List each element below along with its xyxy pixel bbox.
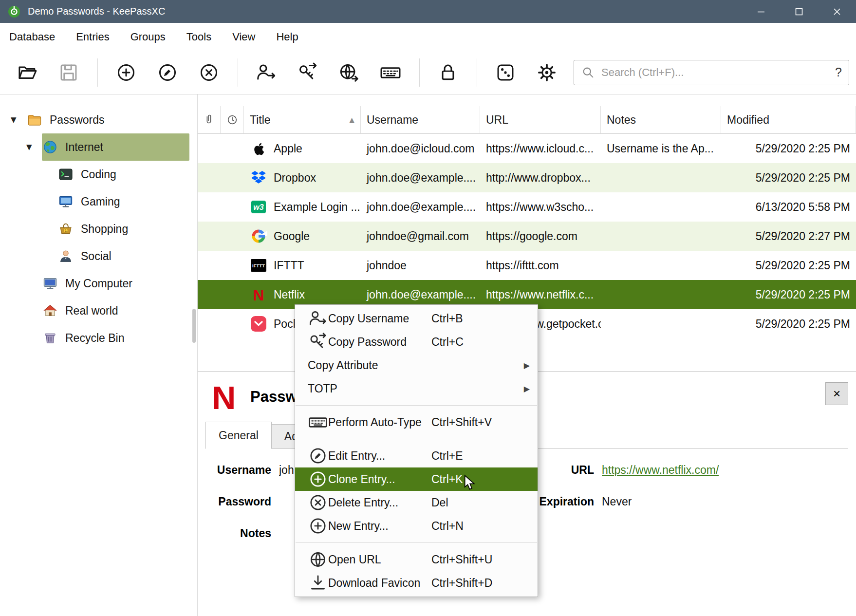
group-tree-item-real-world[interactable]: Real world xyxy=(0,297,197,324)
column-header-icon-1[interactable] xyxy=(221,106,244,134)
dropbox-icon xyxy=(250,169,267,187)
menu-item-label: Clone Entry... xyxy=(328,473,395,486)
lock-database-button[interactable] xyxy=(433,57,463,88)
menu-database[interactable]: Database xyxy=(2,27,62,47)
open-url-menu-item[interactable]: Open URLCtrl+Shift+U xyxy=(295,548,538,571)
menu-view[interactable]: View xyxy=(225,27,262,47)
delete-entry-menu-item[interactable]: Delete Entry...Del xyxy=(295,491,538,514)
edit-entry-button[interactable] xyxy=(153,57,182,88)
group-tree-item-coding[interactable]: Coding xyxy=(0,161,197,188)
cell-username: johndoe@gmail.com xyxy=(361,222,480,251)
cell-notes xyxy=(601,192,721,222)
cell-modified: 5/29/2020 2:25 PM xyxy=(721,134,856,163)
monitor-game-icon xyxy=(58,194,73,209)
cell-url: https://ifttt.com xyxy=(480,251,601,280)
menu-groups[interactable]: Groups xyxy=(123,27,173,47)
column-header-modified[interactable]: Modified xyxy=(721,106,856,134)
menu-help[interactable]: Help xyxy=(269,27,305,47)
column-header-username[interactable]: Username xyxy=(361,106,480,134)
menu-entries[interactable]: Entries xyxy=(69,27,116,47)
perform-autotype-menu-item[interactable]: Perform Auto-TypeCtrl+Shift+V xyxy=(295,411,538,434)
column-label: URL xyxy=(486,113,508,127)
edit-entry-menu-item[interactable]: Edit Entry...Ctrl+E xyxy=(295,444,538,467)
cell-modified: 5/29/2020 2:25 PM xyxy=(721,309,856,338)
group-tree-item-social[interactable]: Social xyxy=(0,243,197,270)
cell-expires xyxy=(221,251,244,280)
close-button[interactable] xyxy=(818,0,856,23)
group-tree-item-recycle-bin[interactable]: Recycle Bin xyxy=(0,324,197,352)
new-entry-menu-item[interactable]: New Entry...Ctrl+N xyxy=(295,514,538,538)
copy-password-button[interactable] xyxy=(293,57,322,88)
menu-shortcut: Ctrl+N xyxy=(431,520,464,533)
svg-text:1: 1 xyxy=(65,229,67,233)
sidebar-scrollbar-thumb[interactable] xyxy=(192,309,196,343)
group-label: Gaming xyxy=(81,195,120,208)
search-icon xyxy=(581,65,595,80)
menu-tools[interactable]: Tools xyxy=(179,27,219,47)
clone-entry-menu-item[interactable]: Clone Entry...Ctrl+K xyxy=(295,467,538,491)
minimize-button[interactable] xyxy=(742,0,780,23)
clock-icon xyxy=(226,113,239,126)
titlebar[interactable]: Demo Passwords - KeePassXC xyxy=(0,0,856,23)
paperclip-icon xyxy=(203,113,215,126)
column-header-url[interactable]: URL xyxy=(480,106,601,134)
totp-menu-item[interactable]: TOTP▶ xyxy=(295,377,538,400)
cell-notes xyxy=(601,309,721,338)
cell-notes xyxy=(601,222,721,251)
add-entry-icon xyxy=(308,516,328,536)
group-label: Coding xyxy=(81,168,116,181)
group-tree-item-gaming[interactable]: Gaming xyxy=(0,188,197,215)
copy-username-button[interactable] xyxy=(252,57,281,88)
download-favicon-menu-item[interactable]: Download FaviconCtrl+Shift+D xyxy=(295,571,538,595)
copy-attribute-menu-item[interactable]: Copy Attribute▶ xyxy=(295,354,538,377)
group-tree-item-shopping[interactable]: 1Shopping xyxy=(0,215,197,243)
menu-item-label: TOTP xyxy=(308,382,337,395)
column-header-title[interactable]: Title▲ xyxy=(244,106,361,134)
toolbar-separator xyxy=(97,58,98,87)
cell-notes: Username is the Ap... xyxy=(601,134,721,163)
group-tree-item-passwords[interactable]: ▼Passwords xyxy=(0,106,197,133)
copy-username-menu-item[interactable]: Copy UsernameCtrl+B xyxy=(295,307,538,330)
group-tree-item-my-computer[interactable]: My Computer xyxy=(0,270,197,297)
preview-close-button[interactable]: × xyxy=(825,382,848,405)
menu-shortcut: Ctrl+C xyxy=(431,336,464,349)
edit-entry-icon xyxy=(308,446,328,466)
entry-url-link[interactable]: https://www.netflix.com/ xyxy=(602,464,719,477)
perform-autotype-button[interactable] xyxy=(376,57,405,88)
maximize-button[interactable] xyxy=(780,0,818,23)
expander-icon[interactable]: ▼ xyxy=(24,143,42,151)
open-database-button[interactable] xyxy=(13,57,42,88)
menubar: DatabaseEntriesGroupsToolsViewHelp xyxy=(0,23,856,51)
entry-table: Title▲UsernameURLNotesModifiedApplejohn.… xyxy=(198,106,856,338)
menu-separator xyxy=(296,405,537,406)
expiration-value: Never xyxy=(602,495,632,508)
mouse-cursor xyxy=(461,473,479,492)
add-entry-button[interactable] xyxy=(112,57,141,88)
save-database-button[interactable] xyxy=(54,57,83,88)
settings-button[interactable] xyxy=(532,57,561,88)
group-tree-item-internet[interactable]: ▼Internet xyxy=(0,133,197,161)
menu-item-label: Copy Password xyxy=(328,336,407,349)
menu-shortcut: Ctrl+Shift+V xyxy=(431,416,492,429)
column-header-notes[interactable]: Notes xyxy=(601,106,721,134)
search-input[interactable] xyxy=(601,66,830,79)
cell-expires xyxy=(221,280,244,309)
menu-shortcut: Ctrl+E xyxy=(431,449,463,463)
tab-general[interactable]: General xyxy=(205,422,272,449)
open-folder-icon xyxy=(16,61,38,84)
open-url-button[interactable] xyxy=(335,57,364,88)
delete-entry-button[interactable] xyxy=(194,57,223,88)
toolbar-separator xyxy=(419,58,420,87)
column-header-icon-0[interactable] xyxy=(198,106,221,134)
expander-icon[interactable]: ▼ xyxy=(9,115,26,124)
cell-username: john.doe@example.... xyxy=(361,163,480,192)
cell-url: http://www.dropbox... xyxy=(480,163,601,192)
search-help-button[interactable]: ? xyxy=(835,65,842,79)
password-generator-button[interactable] xyxy=(491,57,520,88)
copy-password-menu-item[interactable]: Copy PasswordCtrl+C xyxy=(295,330,538,354)
svg-text:IFTTT: IFTTT xyxy=(252,263,265,268)
keepassxc-window: Demo Passwords - KeePassXC DatabaseEntri… xyxy=(0,0,856,616)
search-box[interactable]: ? xyxy=(574,60,849,85)
group-label: Passwords xyxy=(50,113,104,127)
download-icon xyxy=(308,573,328,593)
